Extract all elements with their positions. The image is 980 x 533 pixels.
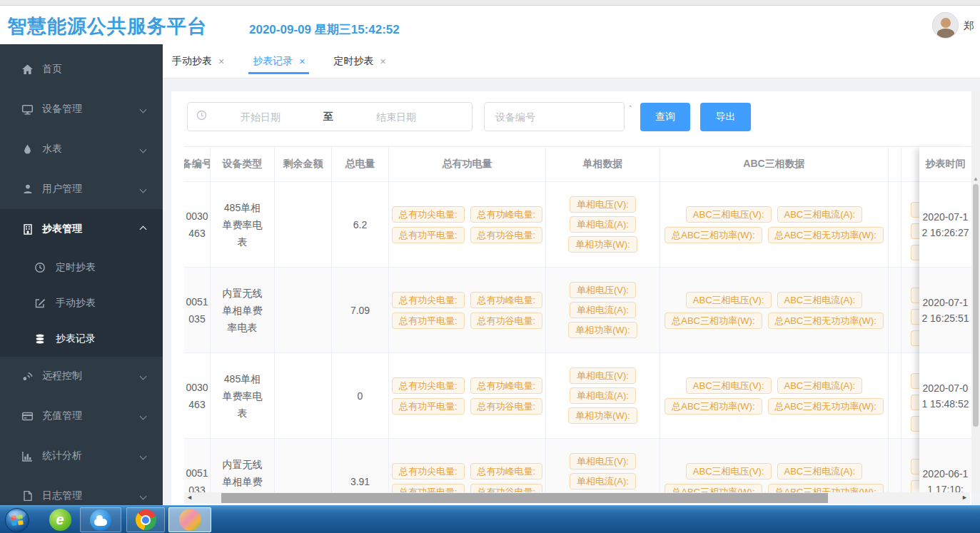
qq-browser-button[interactable]: [80, 507, 121, 532]
cell-device-type: 内置无线单相单费率电表: [211, 439, 275, 492]
tag-single-voltage: 单相电压(V):: [570, 282, 636, 298]
edit-icon: [34, 298, 46, 309]
sidebar-item-statistics[interactable]: 统计分析: [0, 436, 163, 476]
cell-device-no: 0030463: [184, 182, 211, 267]
app-title: 智慧能源公共服务平台: [7, 14, 207, 39]
header-datetime: 2020-09-09 星期三15:42:52: [249, 21, 400, 38]
close-icon[interactable]: ×: [299, 56, 305, 67]
table-body: 0030463 485单相单费率电表 6.2 总有功尖电量: 总有功峰电量: 总…: [184, 182, 971, 492]
sidebar-item-label: 统计分析: [42, 450, 82, 462]
cell-single-phase-tags: 单相电压(V): 单相电流(A): 单相功率(W):: [546, 439, 660, 492]
sidebar-item-devices[interactable]: 设备管理: [0, 89, 163, 129]
tag-abc-power: 总ABC三相功率(W):: [665, 227, 762, 243]
cell-read-time: 2020-07-12 16:26:27: [919, 182, 971, 268]
tag-single-power: 单相功率(W):: [568, 407, 637, 424]
close-icon[interactable]: ×: [218, 56, 224, 67]
tag-single-power: 单相功率(W):: [568, 236, 637, 253]
sidebar-item-remote-control[interactable]: 远程控制: [0, 356, 163, 396]
tag-sharp-energy: 总有功尖电量:: [392, 292, 465, 308]
cell-active-energy-tags: 总有功尖电量: 总有功峰电量: 总有功平电量: 总有功谷电量:: [389, 182, 546, 267]
col-header-device-type: 设备类型: [211, 147, 275, 181]
end-date-input[interactable]: [343, 111, 450, 123]
cell-balance: [275, 182, 332, 267]
sidebar-item-users[interactable]: 用户管理: [0, 169, 163, 209]
tab-reading-records[interactable]: 抄表记录 ×: [253, 55, 305, 68]
table-row: 0030463 485单相单费率电表 0 总有功尖电量: 总有功峰电量: 总有功…: [184, 353, 971, 439]
sidebar-item-label: 首页: [42, 63, 62, 76]
vertical-scrollbar-thumb[interactable]: [973, 184, 979, 427]
tag-abc-reactive-power: 总ABC三相无功功率(W):: [768, 313, 884, 329]
start-button[interactable]: [3, 507, 31, 532]
browser-360-icon[interactable]: e: [44, 507, 76, 532]
sidebar-item-logs[interactable]: 日志管理: [0, 476, 163, 505]
document-icon: [21, 490, 34, 502]
tag-abc-current: ABC三相电流(A):: [777, 377, 863, 394]
sidebar-item-label: 用户管理: [42, 183, 82, 196]
tag-abc-current: ABC三相电流(A):: [777, 206, 863, 223]
export-button[interactable]: 导出: [700, 103, 751, 131]
horizontal-scrollbar[interactable]: ◄ ►: [184, 492, 970, 504]
tag-flat-energy: 总有功平电量:: [392, 484, 465, 493]
scroll-right-arrow-icon[interactable]: ►: [961, 494, 968, 501]
remote-signal-icon: [21, 370, 34, 382]
photo-app-button[interactable]: [168, 507, 211, 532]
tab-label: 抄表记录: [253, 55, 293, 68]
start-date-input[interactable]: [207, 111, 314, 123]
cell-device-type: 内置无线单相单费率电表: [211, 268, 275, 352]
tag-abc-power: 总ABC三相功率(W):: [665, 398, 762, 415]
sidebar-item-meter-reading[interactable]: 抄表管理: [0, 209, 163, 249]
cell-total-energy: 6.2: [332, 182, 389, 267]
horizontal-scrollbar-thumb[interactable]: [221, 493, 828, 503]
tag-abc-voltage: ABC三相电压(V):: [686, 206, 772, 223]
sidebar-item-home[interactable]: 首页: [0, 49, 163, 89]
content-panel: 至 ` 查询 导出 备编号 设备类型 剩余金额 总电量 总有功电量 单相数据 A…: [171, 91, 971, 505]
col-header-three-phase: ABC三相数据: [660, 147, 889, 181]
tag-single-voltage: 单相电压(V):: [570, 196, 636, 213]
tag-valley-energy: 总有功谷电量:: [470, 227, 543, 243]
date-range-picker[interactable]: 至: [187, 102, 473, 131]
sidebar-subitem-manual-reading[interactable]: 手动抄表: [0, 285, 163, 321]
tab-scheduled-reading[interactable]: 定时抄表 ×: [333, 55, 385, 68]
username[interactable]: 郑: [964, 19, 974, 33]
tag-abc-power: 总ABC三相功率(W):: [665, 484, 762, 493]
home-icon: [21, 64, 34, 76]
cell-three-phase-tags: ABC三相电压(V): ABC三相电流(A): 总ABC三相功率(W): 总AB…: [660, 268, 889, 352]
water-drop-icon: [21, 143, 34, 156]
cell-device-no: 0051035: [184, 268, 211, 352]
sidebar-item-label: 充值管理: [42, 410, 82, 422]
tab-manual-reading[interactable]: 手动抄表 ×: [172, 55, 224, 68]
close-icon[interactable]: ×: [380, 56, 385, 67]
tag-single-voltage: 单相电压(V):: [570, 453, 636, 469]
avatar-body: [937, 29, 954, 39]
chevron-down-icon: [140, 106, 147, 113]
tag-valley-energy: 总有功谷电量:: [470, 484, 543, 493]
cell-total-energy: 3.91: [332, 439, 389, 492]
sidebar-item-label: 日志管理: [42, 489, 82, 502]
cell-spacer: [889, 353, 901, 438]
sidebar-subitem-reading-records[interactable]: 抄表记录: [0, 321, 163, 357]
sidebar-subitem-scheduled-reading[interactable]: 定时抄表: [0, 250, 163, 285]
chevron-down-icon: [140, 412, 147, 420]
tag-peak-energy: 总有功峰电量:: [470, 206, 543, 223]
cell-spacer: [889, 439, 901, 492]
tag-flat-energy: 总有功平电量:: [392, 398, 465, 415]
app-header: 智慧能源公共服务平台 2020-09-09 星期三15:42:52 郑: [0, 6, 980, 44]
chrome-button[interactable]: [126, 507, 165, 532]
cell-spacer: [889, 268, 901, 352]
scroll-left-arrow-icon[interactable]: ◄: [186, 494, 193, 501]
card-icon: [21, 410, 34, 422]
cell-read-time: 2020-07-01 15:48:52: [919, 353, 971, 439]
window-top-strip: [0, 0, 980, 6]
sidebar-item-recharge[interactable]: 充值管理: [0, 396, 163, 436]
query-button[interactable]: 查询: [640, 103, 690, 131]
sidebar-item-water-meter[interactable]: 水表: [0, 129, 163, 169]
table-row: 0051033 内置无线单相单费率电表 3.91 总有功尖电量: 总有功峰电量:…: [184, 439, 971, 492]
tag-single-current: 单相电流(A):: [570, 302, 636, 318]
device-number-input[interactable]: [484, 102, 625, 131]
cell-single-phase-tags: 单相电压(V): 单相电流(A): 单相功率(W):: [546, 182, 660, 267]
scroll-up-arrow-icon[interactable]: ▲: [973, 176, 979, 182]
browser-360-glyph: e: [49, 509, 71, 531]
vertical-scrollbar[interactable]: ▲: [971, 91, 980, 492]
sidebar-item-label: 抄表管理: [42, 223, 82, 235]
user-avatar[interactable]: [932, 12, 959, 39]
